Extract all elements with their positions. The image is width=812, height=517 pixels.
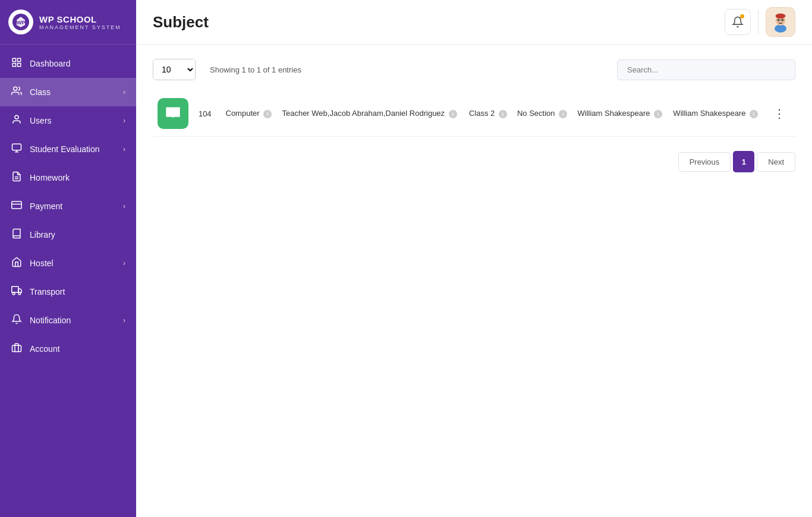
sidebar-label-hostel: Hostel bbox=[30, 258, 53, 268]
teacher-info-icon[interactable]: i bbox=[449, 110, 457, 118]
entries-select-wrap: 10 25 50 100 bbox=[153, 59, 196, 80]
svg-rect-6 bbox=[18, 64, 21, 67]
svg-point-22 bbox=[776, 14, 786, 18]
svg-rect-18 bbox=[12, 345, 21, 352]
sidebar-item-hostel[interactable]: Hostel › bbox=[0, 249, 136, 278]
payment-arrow-icon: › bbox=[123, 202, 125, 210]
next-button[interactable]: Next bbox=[757, 152, 795, 172]
logo: WP WP SCHOOL MANAGEMENT SYSTEM bbox=[0, 0, 136, 45]
sidebar-item-student-evaluation[interactable]: Student Evaluation › bbox=[0, 135, 136, 163]
table-row: 104 Computer i Teacher Web,Jacob Abraham… bbox=[153, 91, 795, 137]
subject-id: 104 bbox=[194, 91, 221, 137]
showing-entries-text: Showing 1 to 1 of 1 entries bbox=[205, 65, 608, 74]
sidebar-item-account[interactable]: Account bbox=[0, 335, 136, 363]
notification-badge bbox=[740, 14, 744, 18]
subject-name: Computer i bbox=[221, 91, 278, 137]
svg-rect-4 bbox=[18, 58, 21, 61]
search-input[interactable] bbox=[617, 59, 795, 80]
author1-info-icon[interactable]: i bbox=[654, 110, 662, 118]
logo-title: WP SCHOOL bbox=[39, 14, 121, 24]
class-arrow-icon: › bbox=[123, 88, 125, 96]
previous-button[interactable]: Previous bbox=[678, 152, 731, 172]
svg-rect-14 bbox=[12, 286, 18, 292]
current-page[interactable]: 1 bbox=[733, 151, 754, 172]
entries-select[interactable]: 10 25 50 100 bbox=[153, 59, 195, 80]
users-arrow-icon: › bbox=[123, 116, 125, 125]
svg-point-20 bbox=[775, 24, 786, 32]
payment-icon bbox=[11, 200, 23, 213]
author2: William Shakespeare i bbox=[668, 91, 764, 137]
svg-point-24 bbox=[782, 19, 783, 21]
header-actions bbox=[725, 7, 795, 37]
avatar[interactable] bbox=[766, 7, 795, 37]
sidebar-label-notification: Notification bbox=[30, 316, 71, 325]
section-info-icon[interactable]: i bbox=[559, 110, 567, 118]
header: Subject bbox=[136, 0, 812, 45]
row-actions-button[interactable]: ⋮ bbox=[769, 105, 790, 122]
content-area: 10 25 50 100 Showing 1 to 1 of 1 entries bbox=[136, 45, 812, 517]
svg-point-7 bbox=[14, 87, 17, 90]
teacher-names: Teacher Web,Jacob Abraham,Daniel Rodrigu… bbox=[277, 91, 464, 137]
logo-subtitle: MANAGEMENT SYSTEM bbox=[39, 24, 121, 30]
sidebar-item-dashboard[interactable]: Dashboard bbox=[0, 49, 136, 78]
row-actions-cell: ⋮ bbox=[764, 91, 795, 137]
table-controls: 10 25 50 100 Showing 1 to 1 of 1 entries bbox=[153, 59, 795, 80]
homework-icon bbox=[11, 171, 23, 184]
sidebar-item-library[interactable]: Library bbox=[0, 220, 136, 249]
svg-rect-9 bbox=[12, 144, 21, 150]
sidebar-nav: Dashboard Class › Users › bbox=[0, 45, 136, 517]
account-icon bbox=[11, 342, 23, 355]
library-icon bbox=[11, 228, 23, 241]
sidebar-label-users: Users bbox=[30, 116, 52, 125]
page-title: Subject bbox=[153, 13, 725, 31]
subject-icon-cell bbox=[153, 91, 194, 137]
class-name: Class 2 i bbox=[464, 91, 512, 137]
class-icon bbox=[11, 86, 23, 99]
notifications-button[interactable] bbox=[725, 9, 751, 35]
svg-point-16 bbox=[12, 292, 15, 295]
sidebar-item-notification[interactable]: Notification › bbox=[0, 306, 136, 335]
notification-icon bbox=[11, 314, 23, 327]
header-divider bbox=[758, 10, 759, 34]
sidebar-label-dashboard: Dashboard bbox=[30, 59, 71, 68]
book-open-icon bbox=[165, 105, 181, 122]
main-content: Subject bbox=[136, 0, 812, 517]
notification-arrow-icon: › bbox=[123, 316, 125, 324]
sidebar-label-account: Account bbox=[30, 344, 60, 354]
author2-info-icon[interactable]: i bbox=[750, 110, 758, 118]
class-info-icon[interactable]: i bbox=[499, 110, 507, 118]
sidebar-label-class: Class bbox=[30, 87, 51, 97]
sidebar-label-payment: Payment bbox=[30, 201, 62, 211]
sidebar-item-class[interactable]: Class › bbox=[0, 78, 136, 106]
pagination: Previous 1 Next bbox=[153, 151, 795, 172]
sidebar-item-transport[interactable]: Transport bbox=[0, 278, 136, 306]
users-icon bbox=[11, 114, 23, 127]
sidebar-label-student-evaluation: Student Evaluation bbox=[30, 144, 100, 154]
evaluation-arrow-icon: › bbox=[123, 145, 125, 153]
svg-rect-12 bbox=[12, 201, 22, 209]
sidebar-item-homework[interactable]: Homework bbox=[0, 163, 136, 192]
hostel-icon bbox=[11, 257, 23, 270]
transport-icon bbox=[11, 285, 23, 298]
section-name: No Section i bbox=[512, 91, 573, 137]
svg-point-23 bbox=[778, 19, 779, 21]
author1: William Shakespeare i bbox=[573, 91, 669, 137]
svg-text:WP: WP bbox=[17, 20, 25, 26]
avatar-image bbox=[768, 10, 793, 34]
subject-icon bbox=[158, 98, 188, 129]
sidebar-label-transport: Transport bbox=[30, 287, 65, 297]
evaluation-icon bbox=[11, 143, 23, 156]
svg-marker-15 bbox=[18, 289, 21, 292]
logo-text: WP SCHOOL MANAGEMENT SYSTEM bbox=[39, 14, 121, 30]
sidebar-label-library: Library bbox=[30, 230, 55, 239]
svg-point-17 bbox=[18, 292, 21, 295]
dashboard-icon bbox=[11, 57, 23, 70]
svg-point-8 bbox=[15, 115, 18, 119]
subject-table: 104 Computer i Teacher Web,Jacob Abraham… bbox=[153, 91, 795, 137]
logo-icon: WP bbox=[8, 10, 33, 34]
sidebar: WP WP SCHOOL MANAGEMENT SYSTEM Dashboard bbox=[0, 0, 136, 517]
sidebar-item-users[interactable]: Users › bbox=[0, 106, 136, 135]
sidebar-item-payment[interactable]: Payment › bbox=[0, 192, 136, 220]
subject-info-icon[interactable]: i bbox=[263, 110, 272, 118]
svg-rect-5 bbox=[12, 64, 15, 67]
